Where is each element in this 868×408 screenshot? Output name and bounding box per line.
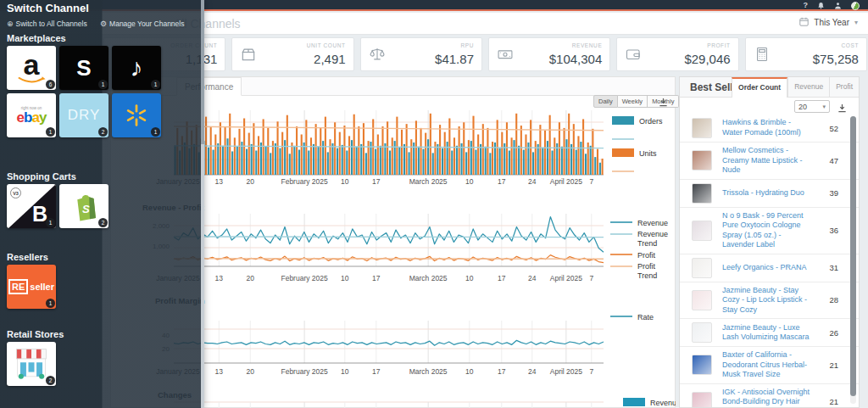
chart-download-icon[interactable] (659, 95, 668, 110)
product-thumbnail (692, 183, 712, 204)
switch-channel-actions: ⊕Switch to All Channels⚙Manage Your Chan… (7, 20, 196, 28)
channel-count-badge: 6 (46, 80, 55, 89)
section-label: Retail Stores (7, 329, 196, 339)
section-label: Shopping Carts (7, 171, 196, 182)
product-thumbnail (692, 290, 712, 310)
channel-tile-bigcommerce[interactable]: BV31 (7, 184, 56, 228)
globe-plus-icon: ⊕ (7, 20, 14, 28)
channel-tile-ebay[interactable]: right now onebay1 (7, 93, 56, 137)
amazon-logo: a (24, 53, 40, 76)
bs-tab-revenue[interactable]: Revenue (787, 77, 829, 98)
order-count-value: 39 (818, 188, 838, 198)
page-size-select[interactable]: 20 ▾ (794, 100, 830, 113)
switch-channel-panel: Switch Channel ⊕Switch to All Channels⚙M… (0, 0, 201, 408)
range-button-weekly[interactable]: Weekly (618, 95, 648, 108)
page-size-value: 20 (798, 103, 807, 111)
scrollbar-thumb[interactable] (850, 116, 856, 396)
kpi-card-profit: PROFIT $29,046 (616, 37, 738, 71)
reseller-logo: REseller (8, 279, 54, 294)
product-link[interactable]: Baxter of California - Deodorant Citrus … (722, 350, 813, 380)
kpi-card-revenue: REVENUE $104,304 (488, 37, 610, 71)
kpi-value: $29,046 (684, 52, 730, 66)
product-thumbnail (692, 258, 712, 278)
notifications-bell-icon[interactable] (817, 0, 825, 14)
product-link[interactable]: Jazmine Beauty - Luxe Lash Volumizing Ma… (722, 323, 813, 343)
channel-tile-shopify[interactable]: S2 (59, 184, 108, 228)
chevron-down-icon: ▾ (822, 103, 826, 110)
best-sellers-header: Best Sellers Order CountRevenueProfit (680, 77, 859, 98)
ebay-logo: ebay (17, 111, 47, 124)
action-label: Manage Your Channels (109, 20, 184, 28)
dry-logo: DRY (68, 107, 101, 124)
order-count-value: 28 (818, 295, 838, 305)
section-label: Marketplaces (7, 33, 196, 43)
channel-tile-walmart[interactable]: 1 (112, 93, 161, 137)
avatar[interactable] (851, 2, 860, 10)
channel-count-badge: 1 (151, 80, 160, 89)
walmart-spark-icon (122, 101, 151, 130)
bs-tab-profit[interactable]: Profit (829, 77, 859, 98)
order-count-value: 26 (818, 328, 838, 338)
product-link[interactable]: Hawkins & Brimble - Water Pomade (100ml) (722, 118, 813, 137)
shopify-logo: S (70, 189, 98, 223)
channel-tile-dry[interactable]: DRY2 (59, 93, 108, 137)
kpi-label: REVENUE (572, 42, 603, 48)
channel-section-resellers: ResellersREseller1 (7, 252, 196, 309)
user-export-icon[interactable] (834, 0, 842, 14)
flyout-scrollbar-thumb[interactable] (201, 0, 204, 144)
switch-all-channels-button[interactable]: ⊕Switch to All Channels (7, 20, 100, 28)
channel-section-shopping-carts: Shopping CartsBV31S2 (7, 171, 196, 228)
kpi-card-cost: COST $75,258 (745, 37, 867, 71)
date-range-picker[interactable]: This Year ▾ (799, 17, 858, 28)
order-count-value: 52 (818, 124, 838, 133)
date-range-label: This Year (814, 18, 849, 27)
channel-tile-tiktok[interactable]: ♪1 (112, 46, 161, 90)
range-button-daily[interactable]: Daily (593, 95, 618, 108)
channel-count-badge: 1 (151, 127, 160, 137)
bs-tab-order-count[interactable]: Order Count (732, 77, 787, 98)
calendar-icon (799, 17, 809, 28)
product-link[interactable]: Trissola - Hydrating Duo (722, 188, 813, 198)
product-link[interactable]: Jazmine Beauty - Stay Cozy - Lip Lock Li… (722, 286, 813, 316)
best-seller-row: Baxter of California - Deodorant Citrus … (680, 347, 859, 384)
channel-count-badge: 1 (46, 127, 55, 137)
channel-count-badge: 1 (98, 80, 108, 89)
kpi-value: 2,491 (314, 52, 346, 66)
best-seller-row: N o 9 Bask - 99 Percent Pure Oxytocin Co… (680, 208, 859, 254)
order-count-value: 36 (818, 226, 838, 235)
help-icon[interactable]: ? (804, 1, 809, 10)
money-icon (496, 46, 515, 63)
chevron-down-icon: ▾ (854, 19, 858, 26)
channel-tile-retail-store[interactable]: 2 (7, 342, 56, 386)
manage-channels-button[interactable]: ⚙Manage Your Channels (100, 20, 184, 28)
product-link[interactable]: N o 9 Bask - 99 Percent Pure Oxytocin Co… (722, 211, 813, 250)
channel-count-badge: 1 (46, 218, 55, 227)
product-thumbnail (692, 150, 712, 170)
app-root: ? All Channels This Year ▾ ORDER COUNT 1… (0, 0, 868, 408)
svg-text:S: S (82, 203, 90, 215)
kpi-label: UNIT COUNT (307, 42, 346, 48)
amazon-smile-icon (17, 76, 46, 84)
channel-tile-amazon[interactable]: a6 (7, 46, 56, 90)
product-thumbnail (692, 118, 712, 138)
channel-count-badge: 2 (98, 127, 108, 137)
channel-tile-tiktok-shop[interactable]: S1 (59, 46, 108, 90)
product-thumbnail (692, 322, 712, 343)
calculator-icon (753, 46, 771, 63)
product-link[interactable]: Leefy Organics - PRANA (722, 263, 813, 273)
wallet-icon (624, 46, 643, 63)
best-seller-row: Jazmine Beauty - Stay Cozy - Lip Lock Li… (680, 282, 859, 320)
best-sellers-tabs: Order CountRevenueProfit (732, 77, 859, 98)
channel-count-badge: 2 (98, 218, 108, 227)
channel-section-marketplaces: Marketplacesa6S1♪1right now onebay1DRY21 (7, 33, 196, 137)
scale-icon (368, 46, 387, 63)
best-sellers-panel: Best Sellers Order CountRevenueProfit 20… (679, 76, 860, 408)
channel-tile-reseller[interactable]: REseller1 (7, 265, 56, 309)
tiktok-shop-logo: S (76, 55, 91, 81)
kpi-label: RPU (460, 42, 474, 48)
best-seller-row: Leefy Organics - PRANA 31 (680, 254, 859, 282)
kpi-value: $41.87 (435, 52, 474, 66)
product-link[interactable]: Mellow Cosmetics - Creamy Matte Lipstick… (722, 146, 813, 176)
product-link[interactable]: IGK - Antisocial Overnight Bond-Building… (722, 388, 813, 407)
order-count-value: 31 (818, 263, 838, 272)
